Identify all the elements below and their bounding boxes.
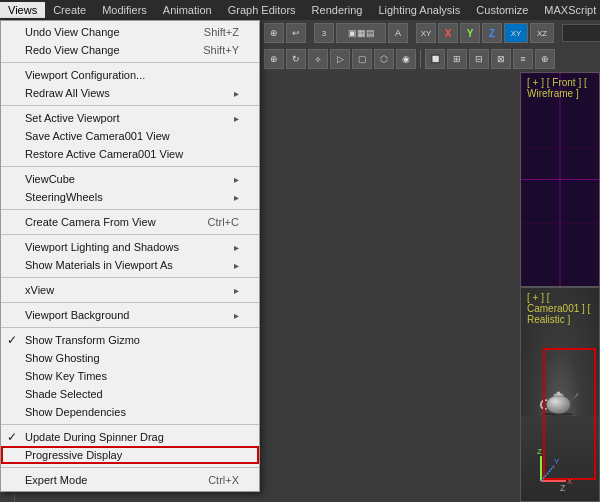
menu-item-show-gizmo[interactable]: ✓ Show Transform Gizmo [1, 331, 259, 349]
toolbar-row-1: ⊕ ↩ 3 ▣▦▤ A XY X Y Z XY XZ Create Select… [260, 20, 600, 46]
show-gizmo-check-icon: ✓ [7, 333, 17, 347]
toolbar-btn-z[interactable]: Z [482, 23, 502, 43]
z-axis-bottom-label: Z [560, 483, 566, 493]
menu-item-undo-view[interactable]: Undo View Change Shift+Z [1, 23, 259, 41]
vp-lighting-label: Viewport Lighting and Shadows [25, 241, 179, 253]
toolbar-btn-1[interactable]: ⊕ [264, 23, 284, 43]
menu-item-redo-view[interactable]: Redo View Change Shift+Y [1, 41, 259, 59]
toolbar-row-2: ⊕ ↻ ⟡ ▷ ▢ ⬡ ◉ 🔲 ⊞ ⊟ ⊠ ≡ ⊕ [260, 46, 600, 72]
viewport-front[interactable]: [ + ] [ Front ] [ Wireframe ] [520, 72, 600, 287]
menu-item-progressive-display[interactable]: Progressive Display [1, 446, 259, 464]
menu-rendering[interactable]: Rendering [304, 2, 371, 18]
save-camera-label: Save Active Camera001 View [25, 130, 170, 142]
steering-arrow-icon: ▸ [234, 192, 239, 203]
toolbar-btn-box[interactable]: ▢ [352, 49, 372, 69]
toolbar-btn-y[interactable]: Y [460, 23, 480, 43]
svg-text:Y: Y [554, 457, 560, 466]
x-axis-label: X [445, 28, 452, 39]
menu-item-viewport-config[interactable]: Viewport Configuration... [1, 66, 259, 84]
xview-arrow-icon: ▸ [234, 285, 239, 296]
svg-text:Z: Z [537, 447, 542, 456]
create-camera-label: Create Camera From View [25, 216, 156, 228]
menu-animation[interactable]: Animation [155, 2, 220, 18]
expert-mode-label: Expert Mode [25, 474, 87, 486]
toolbar-btn-mirror[interactable]: ⊠ [491, 49, 511, 69]
menu-item-restore-camera[interactable]: Restore Active Camera001 View [1, 145, 259, 163]
toolbar-btn-xy-active[interactable]: XY [504, 23, 528, 43]
menu-item-update-spinner[interactable]: ✓ Update During Spinner Drag [1, 428, 259, 446]
toolbar-btn-shapes[interactable]: ▣▦▤ [336, 23, 386, 43]
toolbar-btn-scale[interactable]: ⟡ [308, 49, 328, 69]
menu-item-save-camera[interactable]: Save Active Camera001 View [1, 127, 259, 145]
viewports: [ + ] [ Front ] [ Wireframe ] [520, 72, 600, 502]
views-dropdown: Undo View Change Shift+Z Redo View Chang… [0, 20, 260, 492]
toolbar-btn-lasso[interactable]: ⬡ [374, 49, 394, 69]
separator-2 [1, 105, 259, 106]
menu-create[interactable]: Create [45, 2, 94, 18]
toolbar-btn-paint[interactable]: ◉ [396, 49, 416, 69]
toolbar-btn-move[interactable]: ⊕ [264, 49, 284, 69]
set-active-label: Set Active Viewport [25, 112, 120, 124]
axis-indicator: X Z Y [536, 446, 576, 486]
menu-item-expert-mode[interactable]: Expert Mode Ctrl+X [1, 471, 259, 489]
show-gizmo-label: Show Transform Gizmo [25, 334, 140, 346]
vp-background-arrow-icon: ▸ [234, 310, 239, 321]
expert-mode-shortcut: Ctrl+X [188, 474, 239, 486]
toolbar-btn-snap[interactable]: 🔲 [425, 49, 445, 69]
menu-item-show-ghosting[interactable]: Show Ghosting [1, 349, 259, 367]
menu-item-show-dependencies[interactable]: Show Dependencies [1, 403, 259, 421]
create-selection-input[interactable]: Create Selection S... [562, 24, 600, 42]
menu-item-shade-selected[interactable]: Shade Selected [1, 385, 259, 403]
viewport-container: ⊕ ↩ 3 ▣▦▤ A XY X Y Z XY XZ Create Select… [260, 20, 600, 502]
menu-item-redraw-all[interactable]: Redraw All Views ▸ [1, 84, 259, 102]
menu-item-steering[interactable]: SteeringWheels ▸ [1, 188, 259, 206]
menu-item-viewcube[interactable]: ViewCube ▸ [1, 170, 259, 188]
toolbar-btn-xy[interactable]: XY [416, 23, 436, 43]
viewport-camera-label: [ + ] [ Camera001 ] [ Realistic ] [527, 292, 599, 325]
toolbar-btn-2[interactable]: ↩ [286, 23, 306, 43]
menu-item-xview[interactable]: xView ▸ [1, 281, 259, 299]
toolbar-btn-3num[interactable]: 3 [314, 23, 334, 43]
menu-item-set-active[interactable]: Set Active Viewport ▸ [1, 109, 259, 127]
toolbar-btn-x[interactable]: X [438, 23, 458, 43]
update-spinner-label: Update During Spinner Drag [25, 431, 164, 443]
shade-selected-label: Shade Selected [25, 388, 103, 400]
menu-modifiers[interactable]: Modifiers [94, 2, 155, 18]
show-ghosting-label: Show Ghosting [25, 352, 100, 364]
menu-item-vp-background[interactable]: Viewport Background ▸ [1, 306, 259, 324]
separator-8 [1, 327, 259, 328]
toolbar-btn-xz[interactable]: XZ [530, 23, 554, 43]
vp-lighting-arrow-icon: ▸ [234, 242, 239, 253]
viewcube-arrow-icon: ▸ [234, 174, 239, 185]
menubar: Views Create Modifiers Animation Graph E… [0, 0, 600, 20]
menu-item-vp-lighting[interactable]: Viewport Lighting and Shadows ▸ [1, 238, 259, 256]
toolbar-btn-select[interactable]: ▷ [330, 49, 350, 69]
menu-item-create-camera[interactable]: Create Camera From View Ctrl+C [1, 213, 259, 231]
separator-7 [1, 302, 259, 303]
update-spinner-check-icon: ✓ [7, 430, 17, 444]
toolbar-btn-rot[interactable]: ↻ [286, 49, 306, 69]
menu-maxscript[interactable]: MAXScript [536, 2, 600, 18]
toolbar-btn-snap2[interactable]: ⊞ [447, 49, 467, 69]
svg-text:X: X [567, 477, 573, 486]
xview-label: xView [25, 284, 54, 296]
menu-graph-editors[interactable]: Graph Editors [220, 2, 304, 18]
svg-line-17 [541, 466, 554, 481]
y-axis-label: Y [467, 28, 474, 39]
toolbar-btn-layer[interactable]: ⊕ [535, 49, 555, 69]
viewport-toolbar: ⊕ ↩ 3 ▣▦▤ A XY X Y Z XY XZ Create Select… [260, 20, 600, 72]
toolbar-btn-align[interactable]: ≡ [513, 49, 533, 69]
toolbar-btn-snap3[interactable]: ⊟ [469, 49, 489, 69]
separator-3 [1, 166, 259, 167]
menu-item-show-key-times[interactable]: Show Key Times [1, 367, 259, 385]
separator-9 [1, 424, 259, 425]
toolbar-sep-4 [420, 50, 421, 68]
menu-views[interactable]: Views [0, 2, 45, 18]
menu-lighting[interactable]: Lighting Analysis [370, 2, 468, 18]
toolbar-btn-abc[interactable]: A [388, 23, 408, 43]
viewport-camera[interactable]: [ + ] [ Camera001 ] [ Realistic ] [520, 287, 600, 502]
menu-item-show-materials[interactable]: Show Materials in Viewport As ▸ [1, 256, 259, 274]
menu-customize[interactable]: Customize [468, 2, 536, 18]
separator-5 [1, 234, 259, 235]
redo-view-label: Redo View Change [25, 44, 120, 56]
